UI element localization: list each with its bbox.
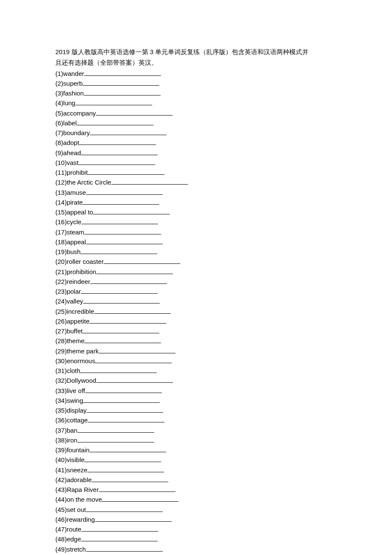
list-item: (27)buffet: [55, 326, 337, 336]
list-item: (45)set out: [55, 505, 337, 515]
answer-blank: [94, 307, 171, 314]
list-item: (23)polar: [55, 286, 337, 296]
list-item: (28)theme: [55, 336, 337, 346]
item-label: (9)ahead: [55, 149, 81, 156]
answer-blank: [99, 485, 176, 492]
item-label: (31)cloth: [55, 367, 80, 374]
item-label: (36)cottage: [55, 416, 88, 424]
list-item: (44)on the move: [55, 494, 337, 504]
list-item: (15)appeal to: [55, 207, 337, 217]
list-item: (19)bush: [55, 247, 337, 257]
answer-blank: [86, 406, 163, 413]
item-label: (5)accompany: [55, 110, 96, 117]
list-item: (21)prohibition: [55, 267, 337, 277]
answer-blank: [81, 525, 158, 532]
list-item: (2)superb: [55, 78, 337, 88]
list-item: (47)route: [55, 524, 337, 534]
list-item: (11)prohibit: [55, 168, 337, 177]
list-item: (39)fountain: [55, 445, 337, 455]
list-item: (33)live off: [55, 386, 337, 396]
answer-blank: [79, 138, 156, 145]
list-item: (37)ban: [55, 425, 337, 435]
answer-blank: [78, 426, 154, 433]
item-label: (39)fountain: [55, 446, 89, 454]
answer-blank: [84, 228, 161, 234]
item-label: (20)roller coaster: [55, 258, 104, 265]
item-label: (17)steam: [55, 228, 84, 236]
item-label: (3)fashion: [55, 90, 84, 97]
list-item: (6)label: [55, 118, 337, 128]
answer-blank: [89, 317, 166, 324]
item-label: (49)stretch: [55, 546, 86, 553]
answer-blank: [80, 366, 157, 373]
list-item: (41)sneeze: [55, 465, 337, 475]
answer-blank: [84, 89, 161, 95]
item-label: (11)prohibit: [55, 169, 88, 176]
list-item: (18)appeal: [55, 237, 337, 247]
list-item: (43)Rapa River: [55, 485, 337, 494]
list-item: (17)steam: [55, 227, 337, 237]
item-label: (15)appeal to: [55, 208, 93, 216]
list-item: (34)swing: [55, 396, 337, 405]
answer-blank: [89, 445, 166, 452]
item-label: (38)iron: [55, 436, 78, 444]
answer-blank: [86, 237, 163, 244]
list-item: (5)accompany: [55, 108, 337, 118]
title-line-2: 且还有选择题（全部带答案）英汉。: [55, 58, 337, 67]
list-item: (24)valley: [55, 296, 337, 306]
list-item: (12)the Arctic Circle: [55, 177, 337, 187]
item-label: (41)sneeze: [55, 466, 87, 474]
answer-blank: [83, 327, 159, 333]
answer-blank: [81, 217, 158, 224]
list-item: (38)iron: [55, 435, 337, 445]
answer-blank: [90, 277, 167, 284]
answer-blank: [78, 158, 155, 165]
item-label: (2)superb: [55, 80, 83, 87]
item-label: (12)the Arctic Circle: [55, 179, 111, 186]
item-label: (48)edge: [55, 535, 81, 543]
answer-blank: [93, 208, 170, 214]
item-label: (46)rewarding: [55, 516, 95, 523]
answer-blank: [78, 436, 154, 442]
item-label: (1)wander: [55, 70, 84, 77]
answer-blank: [83, 297, 160, 304]
item-label: (25)incredible: [55, 308, 94, 315]
list-item: (10)vast: [55, 158, 337, 168]
answer-blank: [83, 198, 159, 205]
answer-blank: [87, 465, 164, 472]
list-item: (8)adopt: [55, 138, 337, 147]
answer-blank: [86, 505, 163, 512]
item-label: (4)lung: [55, 99, 75, 107]
answer-blank: [84, 336, 161, 343]
answer-blank: [111, 178, 188, 185]
answer-blank: [102, 495, 179, 502]
item-label: (35)display: [55, 407, 86, 414]
answer-blank: [90, 128, 167, 135]
answer-blank: [83, 79, 159, 86]
item-label: (19)bush: [55, 248, 81, 255]
list-item: (7)boundary: [55, 128, 337, 138]
answer-blank: [81, 287, 158, 294]
item-label: (7)boundary: [55, 129, 90, 136]
list-item: (9)ahead: [55, 148, 337, 158]
answer-blank: [81, 247, 157, 254]
item-label: (30)enormous: [55, 357, 95, 364]
answer-blank: [99, 347, 176, 353]
list-item: (35)display: [55, 405, 337, 415]
item-label: (42)adorable: [55, 476, 92, 483]
list-item: (16)cycle: [55, 217, 337, 227]
list-item: (32)Dollywood: [55, 376, 337, 385]
item-label: (8)adopt: [55, 139, 79, 146]
answer-blank: [96, 376, 173, 383]
answer-blank: [88, 168, 164, 175]
list-item: (13)amuse: [55, 188, 337, 197]
item-label: (40)visible: [55, 456, 84, 463]
item-label: (14)pirate: [55, 199, 83, 206]
answer-blank: [104, 257, 180, 264]
item-label: (27)buffet: [55, 327, 83, 335]
answer-blank: [77, 119, 153, 125]
list-item: (36)cottage: [55, 415, 337, 425]
list-item: (25)incredible: [55, 306, 337, 316]
answer-blank: [84, 69, 161, 76]
list-item: (1)wander: [55, 69, 337, 78]
